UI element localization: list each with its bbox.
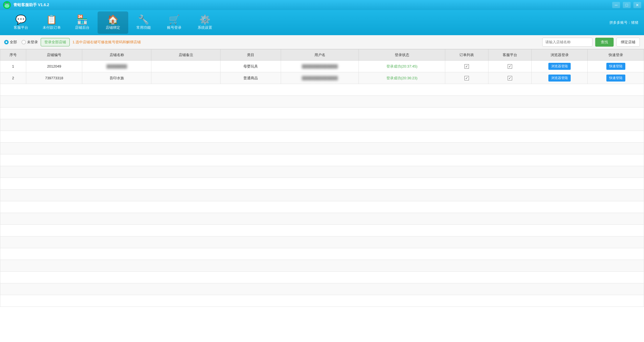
pdd-account: 拼多多账号：猪猪 [609,20,638,25]
nav-item-shop-bind[interactable]: 🏠 店铺绑定 [98,11,128,34]
table-row-empty [0,143,644,154]
window-controls: ─ □ ✕ [612,2,641,8]
table-row-empty [0,154,644,166]
browser-login-button-1[interactable]: 浏览器登陆 [548,63,571,70]
wrench-icon: 🔧 [138,15,149,24]
orderlist-checkbox-1[interactable] [464,64,469,69]
svg-point-4 [5,3,6,4]
radio-not-logged-in[interactable]: 未登录 [21,40,38,45]
cell-category-2: 普通商品 [221,72,281,84]
table-row-empty [0,260,644,272]
cell-browserlogin-1[interactable]: 浏览器登陆 [532,61,588,72]
table-row-empty [0,213,644,225]
order-list-icon: 📋 [46,15,57,24]
nav-item-account-login[interactable]: 🛒 账号登录 [159,11,190,34]
table-row[interactable]: 1 2012049 ████████ 母婴玩具 ██████████████ 登… [0,61,644,72]
table-row-empty [0,283,644,295]
login-all-button[interactable]: 登录全部店铺 [41,38,70,46]
cell-shopno-1: 2012049 [26,61,82,72]
radio-not-logged-in-label: 未登录 [27,40,38,45]
col-header-orderlist: 订单列表 [445,49,488,61]
nav-label-account-login: 账号登录 [167,25,181,30]
table-row-empty [0,119,644,131]
col-header-shopno: 店铺编号 [26,49,82,61]
table-header-row: 序号 店铺编号 店铺名称 店铺备注 类目 用户名 登录状态 订单列表 客服平台 … [0,49,644,61]
nav-label-shop-backend: 店铺后台 [75,25,89,30]
cell-orderlist-1[interactable] [445,61,488,72]
nav-item-customer-service[interactable]: 💬 客服平台 [6,11,36,34]
cell-shopno-2: 739773318 [26,72,82,84]
settings-icon: ⚙️ [199,15,210,24]
minimize-button[interactable]: ─ [612,2,620,8]
radio-all-circle [4,40,9,44]
table-row-empty [0,96,644,107]
table-row[interactable]: 2 739773318 吾印水族 普通商品 ██████████████ 登录成… [0,72,644,84]
cell-loginstatus-2: 登录成功(20:36:23) [359,72,445,84]
nav-label-shop-bind: 店铺绑定 [106,25,120,30]
col-header-username: 用户名 [281,49,359,61]
cell-shopnote-1 [151,61,221,72]
quick-login-button-1[interactable]: 快速登陆 [606,63,625,70]
col-header-seq: 序号 [0,49,26,61]
shop-table: 序号 店铺编号 店铺名称 店铺备注 类目 用户名 登录状态 订单列表 客服平台 … [0,49,644,307]
table-row-empty [0,178,644,190]
main-content: 序号 店铺编号 店铺名称 店铺备注 类目 用户名 登录状态 订单列表 客服平台 … [0,49,644,342]
nav-label-system-settings: 系统设置 [198,25,212,30]
cell-category-1: 母婴玩具 [221,61,281,72]
cell-quicklogin-2[interactable]: 快速登陆 [588,72,644,84]
shop-backend-icon: 🏪 [77,15,88,24]
top-nav: 💬 客服平台 📋 未付款订单 🏪 店铺后台 🏠 店铺绑定 🔧 常用功能 🛒 账号… [0,10,644,35]
hint-text: 1.选中店铺右键可修改账号密码和解绑店铺 [72,40,539,45]
app-logo [3,1,11,9]
svg-point-5 [8,3,9,4]
cell-quicklogin-1[interactable]: 快速登陆 [588,61,644,72]
platform-checkbox-1[interactable] [508,64,512,69]
col-header-quicklogin: 快速登录 [588,49,644,61]
maximize-button[interactable]: □ [623,2,631,8]
radio-all[interactable]: 全部 [4,40,17,45]
nav-label-customer-service: 客服平台 [14,25,28,30]
radio-group: 全部 未登录 [4,40,38,45]
nav-label-common-functions: 常用功能 [136,25,151,30]
col-header-platform: 客服平台 [488,49,532,61]
cell-loginstatus-1: 登录成功(20:37:45) [359,61,445,72]
col-header-shopnote: 店铺备注 [151,49,221,61]
col-header-loginstatus: 登录状态 [359,49,445,61]
table-row-empty [0,272,644,283]
platform-checkbox-2[interactable] [508,76,512,80]
search-input[interactable] [542,38,592,47]
title-bar: 青蛙客服助手 V1.6.2 ─ □ ✕ [0,0,644,10]
app-title: 青蛙客服助手 V1.6.2 [13,3,612,8]
col-header-category: 类目 [221,49,281,61]
cell-platform-1[interactable] [488,61,532,72]
search-button[interactable]: 查找 [595,38,614,47]
cell-orderlist-2[interactable] [445,72,488,84]
nav-item-shop-backend[interactable]: 🏪 店铺后台 [67,11,98,34]
nav-item-unpaid-orders[interactable]: 📋 未付款订单 [36,11,67,34]
chat-icon: 💬 [15,15,26,24]
close-button[interactable]: ✕ [633,2,641,8]
cell-username-1: ██████████████ [281,61,359,72]
bind-shop-button[interactable]: 绑定店铺 [616,38,640,47]
table-row-empty [0,131,644,143]
table-row-empty [0,201,644,213]
orderlist-checkbox-2[interactable] [464,76,469,80]
table-row-empty [0,190,644,201]
table-row-empty [0,84,644,96]
account-icon: 🛒 [169,15,180,24]
nav-item-system-settings[interactable]: ⚙️ 系统设置 [190,11,220,34]
radio-all-label: 全部 [10,40,17,45]
nav-label-unpaid-orders: 未付款订单 [43,25,61,30]
browser-login-button-2[interactable]: 浏览器登陆 [548,75,571,82]
quick-login-button-2[interactable]: 快速登陆 [606,75,625,82]
radio-not-logged-in-circle [21,40,26,44]
nav-item-common-functions[interactable]: 🔧 常用功能 [128,11,159,34]
col-header-browserlogin: 浏览器登录 [532,49,588,61]
table-row-empty [0,248,644,260]
cell-username-2: ██████████████ [281,72,359,84]
cell-browserlogin-2[interactable]: 浏览器登陆 [532,72,588,84]
cell-shopnote-2 [151,72,221,84]
shop-bind-icon: 🏠 [107,15,118,24]
table-row-empty [0,166,644,178]
cell-platform-2[interactable] [488,72,532,84]
